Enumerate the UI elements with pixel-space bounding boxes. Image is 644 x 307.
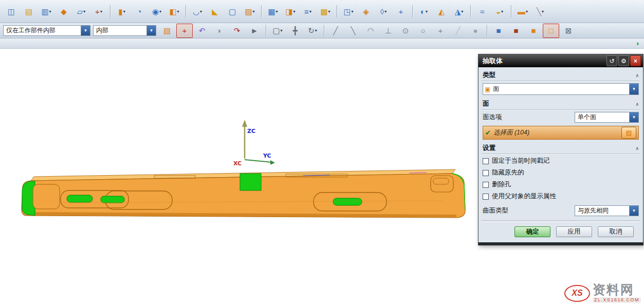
selection-scope-combo[interactable]: 仅在工作部件内部 ▼ [3,25,90,36]
checkbox-inherit-display[interactable]: 使用父对象的显示属性 [482,190,640,202]
collapse-chevron-icon[interactable]: ∧ [635,102,639,107]
left-boss[interactable] [33,184,60,209]
selected-face-center[interactable] [240,174,261,190]
checkbox-box[interactable] [483,170,489,176]
move-object-icon[interactable]: ◭ [433,4,450,18]
rect-select-icon[interactable]: ▢▾ [269,24,286,38]
part-navigator-icon[interactable]: ◫ [3,4,20,18]
z-axis-arrow[interactable] [242,120,247,127]
shell-icon[interactable]: ▢ [224,4,241,18]
pattern-feature-icon[interactable]: ▦▾ [265,4,281,18]
view-cone-icon[interactable]: ◗ [211,24,228,38]
datum-csys-icon[interactable]: + [393,4,409,18]
selected-face-slot-3[interactable] [333,198,362,205]
dialog-settings-button[interactable]: ⚙ [618,55,629,66]
section-settings-header[interactable]: 设置 ∧ [482,142,640,154]
dialog-titlebar[interactable]: 抽取体 ↺ ⚙ × [479,54,643,67]
watermark-logo: XS [564,285,590,302]
annotate-pencil-icon[interactable]: ╲▾ [532,4,548,18]
3d-model[interactable] [22,169,465,218]
face-option-dropdown-icon[interactable]: ▼ [629,112,638,122]
menu-arrow-icon: ▾ [384,9,387,14]
revolve-icon[interactable]: ◔ [131,4,148,18]
selected-face-slot-1[interactable] [67,195,93,202]
save-part-icon[interactable]: ▥▾ [38,4,54,18]
snap-point-on-curve-icon[interactable]: ╱ [450,24,466,38]
datum-plane-icon[interactable]: ▱▾ [73,4,89,18]
offset-surface-icon[interactable]: ≡▾ [300,4,316,18]
shaded-view-icon[interactable]: ■ [490,24,507,38]
section-face-header[interactable]: 面 ∧ [482,98,640,110]
checkbox-box[interactable] [483,158,489,164]
wireframe-view-icon[interactable]: ■ [508,24,524,38]
clip-section-icon[interactable]: ⊠ [560,24,577,38]
grab-pointer-icon[interactable]: ► [246,24,263,38]
extrude-icon[interactable]: ▮▾ [114,4,130,18]
undo-icon[interactable]: ↶ [194,24,210,38]
edge-blend-icon[interactable]: ◡▾ [189,4,206,18]
filter-combo-dropdown-icon[interactable]: ▼ [146,26,156,35]
coordinate-triad[interactable]: ZC YC XC [233,120,275,167]
checkbox-fix-timestamp[interactable]: 固定于当前时间戳记 [482,155,640,167]
selected-face-slot-2[interactable] [101,196,124,203]
surface-type-combo[interactable]: 与原先相同 ▼ [575,205,639,216]
snap-center-icon[interactable]: ⊙ [397,24,414,38]
studio-view-icon[interactable]: □ [543,24,559,38]
snap-perpendicular-icon[interactable]: ⊥ [380,24,396,38]
expressions-icon[interactable]: ≈ [474,4,490,18]
checkbox-box[interactable] [483,182,489,188]
checkbox-hide-original[interactable]: 隐藏原先的 [482,167,640,179]
extract-body-icon[interactable]: ◳▾ [340,4,357,18]
menu-arrow-icon: ▾ [200,9,202,14]
surface-type-dropdown-icon[interactable]: ▼ [629,206,638,216]
snap-circle-icon[interactable]: ○ [415,24,431,38]
mirror-feature-icon[interactable]: ◨▾ [282,4,299,18]
section-type-header[interactable]: 类型 ∧ [482,69,640,81]
y-axis-arrow[interactable] [270,160,275,165]
checkbox-box[interactable] [483,194,489,200]
face-option-combo[interactable]: 单个面 ▼ [575,112,639,123]
thicken-icon[interactable]: ▩▾ [317,4,334,18]
type-combo[interactable]: ▣ 面 ▼ [483,83,639,95]
snap-sphere-icon[interactable]: ● [467,24,484,38]
snap-point-icon[interactable]: + [176,24,193,38]
dialog-close-button[interactable]: × [630,55,641,66]
work-layer-icon[interactable]: ▧ [159,24,175,38]
view-section-icon[interactable]: ◐▾ [416,4,432,18]
dialog-title: 抽取体 [483,56,605,66]
checkbox-delete-holes[interactable]: 删除孔 [482,179,640,190]
snap-intersection-icon[interactable]: + [432,24,449,38]
select-face-button[interactable]: ▧ [621,127,636,139]
snap-arc-icon[interactable]: ◠ [362,24,379,38]
y-axis-line[interactable] [245,160,271,162]
face-analysis-view-icon[interactable]: ■ [525,24,542,38]
sketch-icon[interactable]: ◆ [56,4,72,18]
type-combo-dropdown-icon[interactable]: ▼ [629,84,638,94]
apply-button[interactable]: 应用 [556,226,592,237]
hole-icon[interactable]: ◉▾ [149,4,165,18]
snap-midpoint-icon[interactable]: ╲ [345,24,361,38]
move-handles-icon[interactable]: ╋ [287,24,303,38]
boolean-unite-icon[interactable]: ◧▾ [166,4,182,18]
select-face-row[interactable]: ✔ 选择面 (104) ▧ [483,126,639,140]
selection-scope-value: 仅在工作部件内部 [4,26,81,35]
measure-ruler-icon[interactable]: ▬▾ [514,4,531,18]
collapse-chevron-icon[interactable]: ∧ [635,73,639,78]
snap-endpoint-icon[interactable]: ╱ [327,24,344,38]
patch-body-icon[interactable]: ◊▾ [375,4,392,18]
rotate-handles-icon[interactable]: ↻▾ [304,24,321,38]
dialog-reset-button[interactable]: ↺ [606,55,617,66]
ok-button[interactable]: 确定 [514,226,550,237]
redo-icon[interactable]: ↷ [229,24,245,38]
cancel-button[interactable]: 取消 [598,226,634,237]
selection-scope-dropdown-icon[interactable]: ▼ [81,26,90,35]
open-part-icon[interactable]: ▤ [21,4,37,18]
point-icon[interactable]: +▾ [90,4,107,18]
sew-icon[interactable]: ◈ [358,4,374,18]
chamfer-icon[interactable]: ◣ [207,4,223,18]
collapse-chevron-icon[interactable]: ∧ [635,146,639,151]
trim-body-icon[interactable]: ▨▾ [242,4,258,18]
filter-combo[interactable]: 内部 ▼ [93,25,156,36]
tools-icon[interactable]: ◒▾ [491,4,508,18]
synchronous-modeling-icon[interactable]: ◮▾ [451,4,467,18]
